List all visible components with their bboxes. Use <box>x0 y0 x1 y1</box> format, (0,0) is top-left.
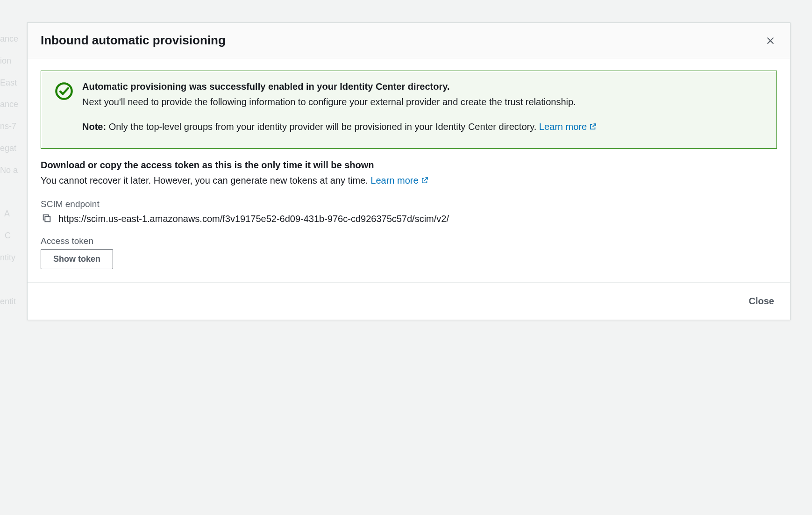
scim-endpoint-value: https://scim.us-east-1.amazonaws.com/f3v… <box>58 214 449 224</box>
alert-learn-more-text: Learn more <box>539 122 587 132</box>
copy-endpoint-button[interactable] <box>41 212 53 226</box>
success-alert: Automatic provisioning was successfully … <box>41 71 777 149</box>
token-section-title: Download or copy the access token as thi… <box>41 160 777 171</box>
token-section-desc: You cannot recover it later. However, yo… <box>41 173 777 189</box>
alert-heading: Automatic provisioning was successfully … <box>82 81 763 92</box>
modal-footer: Close <box>28 282 790 320</box>
svg-rect-1 <box>45 216 50 222</box>
show-token-button[interactable]: Show token <box>41 249 113 269</box>
alert-learn-more-link[interactable]: Learn more <box>539 122 597 132</box>
copy-icon <box>42 213 52 225</box>
scim-endpoint-label: SCIM endpoint <box>41 199 777 209</box>
modal-body: Automatic provisioning was successfully … <box>28 58 790 282</box>
close-icon[interactable] <box>764 34 777 47</box>
modal-title: Inbound automatic provisioning <box>41 33 226 48</box>
section-learn-more-text: Learn more <box>370 175 418 186</box>
scim-endpoint-row: https://scim.us-east-1.amazonaws.com/f3v… <box>41 212 777 226</box>
alert-content: Automatic provisioning was successfully … <box>82 81 763 135</box>
section-learn-more-link[interactable]: Learn more <box>370 175 428 186</box>
alert-note-label: Note: <box>82 122 106 132</box>
svg-point-0 <box>56 83 71 99</box>
token-section-desc-text: You cannot recover it later. However, yo… <box>41 175 370 186</box>
success-check-icon <box>54 81 74 101</box>
access-token-label: Access token <box>41 236 777 246</box>
alert-body: Next you'll need to provide the followin… <box>82 95 763 109</box>
alert-note: Note: Only the top-level groups from you… <box>82 120 763 135</box>
modal-header: Inbound automatic provisioning <box>28 23 790 58</box>
alert-note-text: Only the top-level groups from your iden… <box>106 122 539 132</box>
external-link-icon <box>420 174 429 189</box>
provisioning-modal: Inbound automatic provisioning Automatic… <box>27 22 791 320</box>
external-link-icon <box>589 121 597 135</box>
close-button[interactable]: Close <box>746 291 777 311</box>
